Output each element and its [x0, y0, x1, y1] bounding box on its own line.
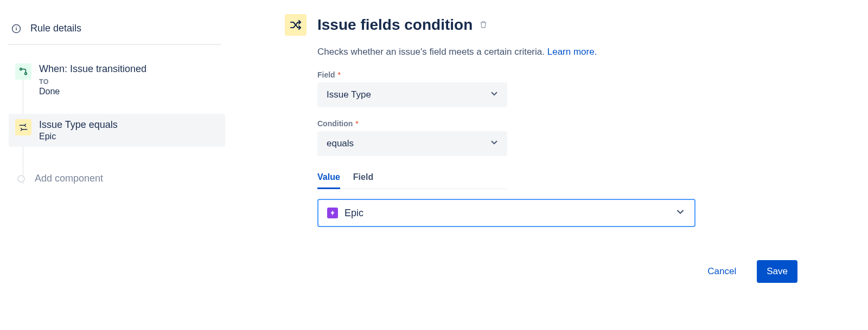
field-select-value: Issue Type	[327, 89, 371, 100]
condition-label-text: Condition	[317, 119, 353, 128]
value-select[interactable]: Epic	[317, 199, 695, 227]
chevron-down-icon	[675, 206, 686, 220]
add-component-label: Add component	[35, 173, 103, 184]
svg-point-2	[16, 26, 17, 27]
chevron-down-icon	[489, 138, 499, 150]
svg-point-4	[25, 73, 27, 75]
rule-details-row[interactable]: Rule details	[7, 20, 225, 44]
rule-timeline: When: Issue transitioned TO Done Issue T…	[7, 58, 225, 184]
value-select-value: Epic	[344, 208, 363, 219]
add-component-button[interactable]: Add component	[9, 173, 225, 184]
rule-step-condition[interactable]: Issue Type equals Epic	[9, 114, 225, 147]
rule-step-subvalue: Epic	[39, 132, 219, 141]
cancel-button[interactable]: Cancel	[698, 260, 746, 283]
sidebar-divider	[8, 44, 221, 45]
condition-select[interactable]: equals	[317, 131, 507, 156]
chevron-down-icon	[489, 89, 499, 101]
shuffle-icon	[285, 14, 307, 36]
rule-step-trigger[interactable]: When: Issue transitioned TO Done	[9, 58, 225, 102]
delete-icon[interactable]	[479, 20, 488, 30]
rule-step-subvalue: Done	[39, 87, 219, 96]
field-label-text: Field	[317, 70, 335, 79]
condition-select-value: equals	[327, 138, 354, 149]
condition-config-panel: Issue fields condition Checks whether an…	[225, 11, 868, 330]
rule-step-sublabel: TO	[39, 78, 219, 86]
field-select[interactable]: Issue Type	[317, 82, 507, 107]
tab-value[interactable]: Value	[317, 168, 340, 189]
rule-sidebar: Rule details When: Issue transitioned TO…	[0, 11, 225, 330]
trigger-icon	[15, 63, 31, 80]
save-button[interactable]: Save	[757, 260, 797, 283]
rule-step-title: When: Issue transitioned	[39, 63, 219, 75]
compare-mode-tabs: Value Field	[317, 168, 507, 189]
add-component-dot-icon	[17, 175, 25, 183]
learn-more-link[interactable]: Learn more.	[547, 47, 597, 57]
epic-icon	[327, 208, 338, 218]
rule-step-title: Issue Type equals	[39, 119, 219, 131]
panel-description: Checks whether an issue's field meets a …	[317, 47, 797, 57]
rule-details-label: Rule details	[30, 23, 81, 34]
field-label: Field *	[317, 70, 797, 79]
condition-icon	[15, 119, 31, 135]
panel-description-text: Checks whether an issue's field meets a …	[317, 47, 547, 57]
condition-label: Condition *	[317, 119, 797, 128]
tab-field[interactable]: Field	[353, 168, 373, 189]
panel-title: Issue fields condition	[317, 16, 473, 34]
info-icon	[11, 23, 22, 34]
